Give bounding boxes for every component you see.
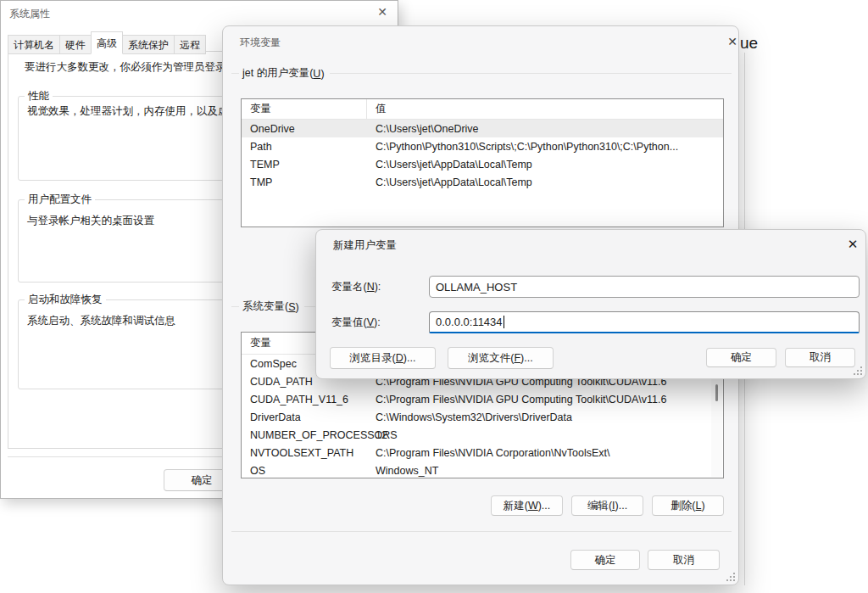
- performance-group-desc: 视觉效果，处理器计划，内存使用，以及虚: [27, 104, 229, 119]
- table-row[interactable]: Path C:\Python\Python310\Scripts\;C:\Pyt…: [242, 137, 723, 155]
- row-name: CUDA_PATH_V11_6: [242, 394, 367, 406]
- user-variables-header: 变量 值: [242, 99, 723, 120]
- row-name: NUMBER_OF_PROCESSORS: [242, 429, 367, 441]
- delete-variable-button[interactable]: 删除(L): [652, 495, 724, 516]
- row-name: TMP: [242, 176, 367, 188]
- ok-button[interactable]: 确定: [570, 550, 640, 570]
- system-properties-title: 系统属性: [9, 7, 50, 21]
- new-user-variable-dialog: 新建用户变量 ✕ 变量名(N): OLLAMA_HOST 变量值(V): 0.0…: [315, 229, 866, 379]
- row-name: Path: [242, 141, 367, 153]
- variable-value-label: 变量值(V):: [331, 316, 381, 330]
- variable-name-label: 变量名(N):: [331, 280, 381, 294]
- row-value: C:\Program Files\NVIDIA GPU Computing To…: [367, 394, 723, 406]
- row-name: OS: [242, 465, 367, 477]
- tab-advanced[interactable]: 高级: [91, 31, 123, 54]
- user-profiles-group-desc: 与登录帐户相关的桌面设置: [27, 214, 154, 228]
- text-caret: [504, 316, 504, 328]
- row-name: NVTOOLSEXT_PATH: [242, 447, 367, 459]
- table-row[interactable]: NVTOOLSEXT_PATH C:\Program Files\NVIDIA …: [242, 444, 723, 462]
- new-variable-button[interactable]: 新建(W)...: [491, 495, 563, 516]
- row-value: Windows_NT: [367, 465, 723, 477]
- browse-file-button[interactable]: 浏览文件(F)...: [448, 347, 554, 369]
- row-value: C:\Windows\System32\Drivers\DriverData: [367, 411, 723, 423]
- column-header-value[interactable]: 值: [367, 102, 723, 116]
- variable-value-input[interactable]: 0.0.0.0:11434: [429, 311, 860, 333]
- variable-name-value: OLLAMA_HOST: [436, 281, 517, 294]
- background-text-fragment: ue: [740, 34, 758, 53]
- row-value: C:\Users\jet\AppData\Local\Temp: [367, 159, 723, 171]
- user-variables-section-label: jet 的用户变量(U): [231, 66, 732, 81]
- new-user-variable-title: 新建用户变量: [333, 238, 397, 253]
- footer-divider: [231, 531, 732, 532]
- user-variables-table: 变量 值 OneDrive C:\Users\jet\OneDrive Path…: [241, 98, 724, 227]
- startup-recovery-group-desc: 系统启动、系统故障和调试信息: [27, 314, 175, 328]
- edit-variable-button[interactable]: 编辑(I)...: [571, 495, 643, 516]
- tab-hardware[interactable]: 硬件: [59, 35, 92, 54]
- ok-button[interactable]: 确定: [706, 348, 776, 367]
- row-name: DriverData: [242, 411, 367, 423]
- environment-variables-title: 环境变量: [240, 36, 281, 50]
- tab-computer-name[interactable]: 计算机名: [8, 35, 60, 54]
- system-properties-tab-bar: 计算机名 硬件 高级 系统保护 远程: [8, 31, 205, 54]
- table-row[interactable]: CUDA_PATH_V11_6 C:\Program Files\NVIDIA …: [242, 390, 723, 408]
- user-profiles-group-title: 用户配置文件: [25, 193, 95, 207]
- admin-required-note: 要进行大多数更改，你必须作为管理员登录。: [25, 60, 236, 75]
- row-name: OneDrive: [242, 123, 367, 135]
- performance-group-title: 性能: [25, 89, 53, 103]
- resize-grip[interactable]: [726, 572, 736, 582]
- scrollbar-thumb[interactable]: [715, 384, 718, 401]
- row-value: C:\Users\jet\AppData\Local\Temp: [367, 176, 723, 188]
- tab-system-protection[interactable]: 系统保护: [122, 35, 175, 54]
- desktop: ue 系统属性 ✕ 计算机名 硬件 高级 系统保护 远程 要进行大多数更改，你必…: [0, 0, 868, 593]
- close-icon[interactable]: ✕: [725, 34, 740, 49]
- row-value: C:\Users\jet\OneDrive: [367, 123, 723, 135]
- variable-value-value: 0.0.0.0:11434: [436, 316, 503, 328]
- startup-recovery-group-title: 启动和故障恢复: [25, 293, 106, 307]
- row-value: 12: [367, 429, 723, 441]
- cancel-button[interactable]: 取消: [648, 550, 720, 570]
- close-icon[interactable]: ✕: [375, 4, 390, 20]
- tab-remote[interactable]: 远程: [174, 35, 206, 54]
- resize-grip[interactable]: [853, 366, 863, 376]
- column-header-variable[interactable]: 变量: [242, 99, 367, 119]
- table-row[interactable]: TEMP C:\Users\jet\AppData\Local\Temp: [242, 155, 723, 173]
- table-row[interactable]: OneDrive C:\Users\jet\OneDrive: [242, 120, 723, 137]
- browse-directory-button[interactable]: 浏览目录(D)...: [330, 347, 436, 369]
- cancel-button[interactable]: 取消: [785, 348, 855, 367]
- row-value: C:\Program Files\NVIDIA Corporation\NvTo…: [367, 447, 723, 459]
- close-icon[interactable]: ✕: [845, 237, 860, 252]
- table-row[interactable]: DriverData C:\Windows\System32\Drivers\D…: [242, 408, 723, 426]
- table-row[interactable]: OS Windows_NT: [242, 462, 723, 479]
- table-row[interactable]: TMP C:\Users\jet\AppData\Local\Temp: [242, 173, 723, 191]
- row-value: C:\Python\Python310\Scripts\;C:\Python\P…: [367, 141, 723, 153]
- row-name: TEMP: [242, 159, 367, 171]
- table-row[interactable]: NUMBER_OF_PROCESSORS 12: [242, 426, 723, 444]
- variable-name-input[interactable]: OLLAMA_HOST: [429, 276, 860, 298]
